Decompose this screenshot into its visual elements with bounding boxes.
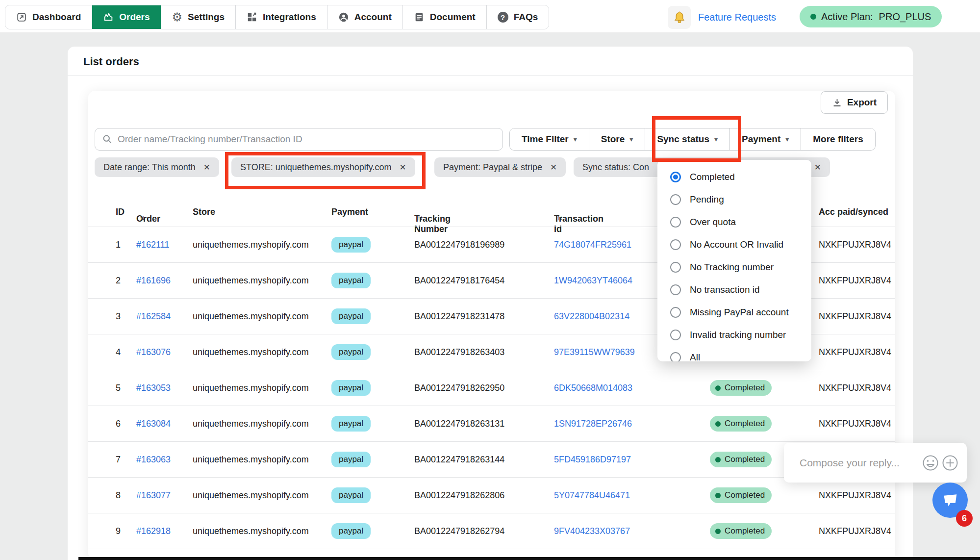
question-icon: ? xyxy=(498,12,508,23)
close-icon[interactable]: ✕ xyxy=(814,162,821,173)
nav-item-integrations[interactable]: Integrations xyxy=(236,5,327,29)
time-filter-button[interactable]: Time Filter ▾ xyxy=(510,128,589,150)
search-box xyxy=(95,128,503,151)
chip-label: Payment: Paypal & stripe xyxy=(443,162,542,173)
cell-acc-paid: NXKFPUJXRJ8V4 xyxy=(819,419,891,429)
compose-reply-widget[interactable]: Compose your reply... xyxy=(784,443,967,483)
radio-icon[interactable] xyxy=(670,239,681,250)
transaction-link[interactable]: 1SN91728EP26746 xyxy=(554,419,632,429)
page-title: List orders xyxy=(83,55,139,68)
plan-value: PRO_PLUS xyxy=(879,11,931,23)
option-pending[interactable]: Pending xyxy=(657,188,811,211)
chip-date-range[interactable]: Date range: This month ✕ xyxy=(95,157,219,177)
option-no-account[interactable]: No Account OR Invalid xyxy=(657,233,811,256)
cell-id: 6 xyxy=(116,419,121,429)
chevron-down-icon: ▾ xyxy=(574,135,577,143)
payment-chip: paypal xyxy=(331,237,371,253)
order-link[interactable]: #162918 xyxy=(136,526,171,536)
transaction-link[interactable]: 5Y0747784U46471 xyxy=(554,490,630,501)
payment-filter-button[interactable]: Payment ▾ xyxy=(730,128,801,150)
cell-acc-paid: NXKFPUJXRJ8V4 xyxy=(819,240,891,250)
add-attachment-icon[interactable] xyxy=(941,454,959,472)
radio-icon[interactable] xyxy=(670,194,681,205)
option-all[interactable]: All xyxy=(657,346,811,361)
order-link[interactable]: #163063 xyxy=(136,455,171,465)
compose-placeholder[interactable]: Compose your reply... xyxy=(800,457,920,469)
cell-store: uniquethemes.myshopify.com xyxy=(193,347,309,357)
cell-store: uniquethemes.myshopify.com xyxy=(193,383,309,393)
close-icon[interactable]: ✕ xyxy=(550,162,557,173)
sort-icon[interactable]: ↑↓ xyxy=(417,214,422,222)
account-icon xyxy=(338,12,349,23)
radio-icon[interactable] xyxy=(670,172,681,182)
close-icon[interactable]: ✕ xyxy=(203,162,210,173)
radio-icon[interactable] xyxy=(670,307,681,318)
chip-store[interactable]: STORE: uniquethemes.myshopify.com ✕ xyxy=(231,157,415,177)
table-row: 7 #163063 uniquethemes.myshopify.com pay… xyxy=(88,441,895,477)
transaction-link[interactable]: 5FD459186D97197 xyxy=(554,455,631,465)
option-completed[interactable]: Completed xyxy=(657,166,811,188)
nav-item-dashboard[interactable]: Dashboard xyxy=(5,5,92,29)
option-no-transaction[interactable]: No transaction id xyxy=(657,279,811,301)
nav-item-label: FAQs xyxy=(514,12,538,23)
cell-acc-paid: NXKFPUJXRJ8V4 xyxy=(819,311,891,322)
nav-item-orders[interactable]: Orders xyxy=(92,5,161,29)
screen-bottom-edge xyxy=(78,557,980,560)
notifications-button[interactable] xyxy=(668,6,691,29)
order-link[interactable]: #163053 xyxy=(136,383,171,393)
option-no-tracking[interactable]: No Tracking number xyxy=(657,256,811,279)
option-invalid-tracking[interactable]: Invalid tracking number xyxy=(657,324,811,346)
transaction-link[interactable]: 74G18074FR25961 xyxy=(554,240,631,250)
order-link[interactable]: #162584 xyxy=(136,311,171,322)
export-label: Export xyxy=(847,97,877,108)
order-link[interactable]: #163076 xyxy=(136,347,171,357)
radio-icon[interactable] xyxy=(670,330,681,340)
radio-icon[interactable] xyxy=(670,217,681,228)
nav-item-faqs[interactable]: ? FAQs xyxy=(487,5,549,29)
cell-store: uniquethemes.myshopify.com xyxy=(193,490,309,501)
table-row: 5 #163053 uniquethemes.myshopify.com pay… xyxy=(88,370,895,406)
payment-chip: paypal xyxy=(331,523,371,539)
emoji-icon[interactable] xyxy=(922,454,939,472)
chevron-down-icon: ▾ xyxy=(785,135,789,143)
orders-icon xyxy=(103,12,114,23)
status-dot xyxy=(715,385,721,391)
chip-label: Sync status: Con xyxy=(582,162,649,173)
export-button[interactable]: Export xyxy=(821,91,888,114)
close-icon[interactable]: ✕ xyxy=(399,162,406,173)
filter-bar: Time Filter ▾ Store ▾ Sync status ▾ Paym… xyxy=(509,128,876,151)
transaction-link[interactable]: 9FV404233X03767 xyxy=(554,526,630,536)
radio-icon[interactable] xyxy=(670,284,681,295)
radio-icon[interactable] xyxy=(670,352,681,361)
payment-chip: paypal xyxy=(331,487,371,503)
option-over-quota[interactable]: Over quota xyxy=(657,211,811,233)
nav-item-document[interactable]: Document xyxy=(403,5,487,29)
chip-label: STORE: uniquethemes.myshopify.com xyxy=(240,162,391,173)
transaction-link[interactable]: 1W942063YT46064 xyxy=(554,276,632,286)
cell-store: uniquethemes.myshopify.com xyxy=(193,311,309,322)
radio-icon[interactable] xyxy=(670,262,681,273)
table-row: 8 #163077 uniquethemes.myshopify.com pay… xyxy=(88,477,895,513)
order-link[interactable]: #162111 xyxy=(136,240,169,250)
order-link[interactable]: #163077 xyxy=(136,490,171,501)
sort-icon[interactable]: ↑↓ xyxy=(139,214,144,222)
transaction-link[interactable]: 97E39115WW79639 xyxy=(554,347,635,357)
sync-status-filter-button[interactable]: Sync status ▾ xyxy=(645,128,730,150)
nav-item-settings[interactable]: ⚙ Settings xyxy=(161,5,236,29)
main-nav: Dashboard Orders ⚙ Settings Integrations… xyxy=(5,5,549,29)
order-link[interactable]: #161696 xyxy=(136,276,171,286)
nav-item-account[interactable]: Account xyxy=(327,5,403,29)
transaction-link[interactable]: 63V228004B02314 xyxy=(554,311,629,322)
transaction-link[interactable]: 6DK50668M014083 xyxy=(554,383,632,393)
feature-requests-link[interactable]: Feature Requests xyxy=(698,12,776,23)
order-link[interactable]: #163084 xyxy=(136,419,171,429)
search-input[interactable] xyxy=(118,134,496,145)
option-missing-paypal[interactable]: Missing PayPal account xyxy=(657,301,811,324)
more-filters-button[interactable]: More filters xyxy=(801,128,875,150)
chip-payment[interactable]: Payment: Paypal & stripe ✕ xyxy=(434,157,566,177)
cell-tracking: BA0012247918196989 xyxy=(414,240,504,250)
store-filter-button[interactable]: Store ▾ xyxy=(589,128,646,150)
sort-icon[interactable]: ↑↓ xyxy=(557,214,562,222)
status-badge: Completed xyxy=(710,452,772,467)
card-divider xyxy=(68,75,913,76)
